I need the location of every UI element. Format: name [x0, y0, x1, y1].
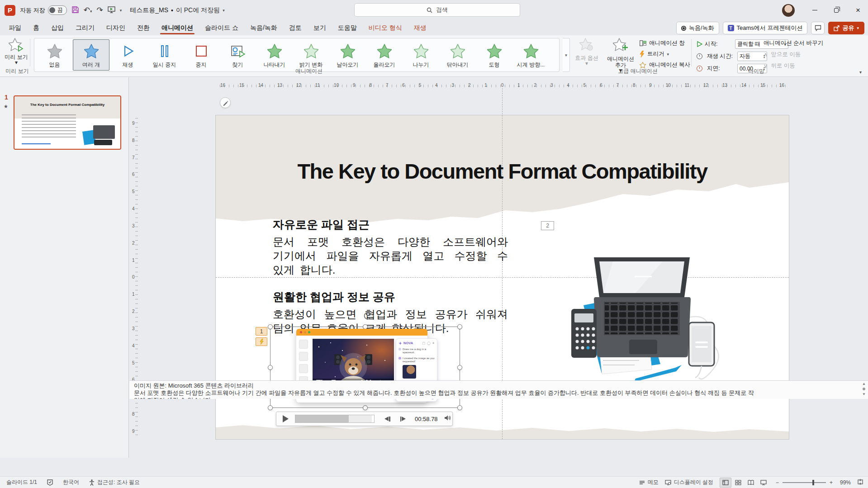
zoom-percentage[interactable]: 99%	[836, 479, 851, 486]
ribbon-tab[interactable]: 비디오 형식	[363, 20, 408, 35]
scroll-down-icon[interactable]: ▼	[862, 392, 866, 396]
resize-handle-e[interactable]	[457, 365, 462, 370]
ribbon-tab[interactable]: 슬라이드 쇼	[199, 20, 244, 35]
language-indicator[interactable]: 한국어	[63, 479, 79, 486]
record-button[interactable]: 녹음/녹화	[676, 22, 719, 34]
ribbon-tab[interactable]: 그리기	[70, 20, 100, 35]
ribbon-tab[interactable]: 디자인	[100, 20, 131, 35]
close-button[interactable]: ×	[848, 0, 868, 20]
qat-customize-chevron[interactable]: ▾	[120, 8, 122, 13]
ruler-number: 13	[722, 83, 727, 88]
animation-gallery-item[interactable]: 밝기 변화	[293, 39, 329, 71]
step-back-button[interactable]	[384, 417, 390, 422]
user-avatar[interactable]	[782, 4, 795, 17]
ribbon-tab[interactable]: 애니메이션	[156, 20, 199, 35]
zoom-out-button[interactable]: −	[776, 479, 779, 486]
play-button[interactable]	[283, 415, 289, 422]
resize-handle-ne[interactable]	[457, 324, 462, 329]
comments-button[interactable]	[811, 22, 825, 34]
move-earlier-button[interactable]: ∧ 앞으로 이동	[764, 51, 823, 58]
spell-check-button[interactable]	[47, 479, 53, 486]
effect-options-button[interactable]: 효과 옵션 ▾	[574, 38, 599, 66]
notes-scrollbar[interactable]: ▲ ▼	[861, 382, 867, 396]
trigger-button[interactable]: 트리거 ▾	[640, 50, 690, 58]
resize-handle-s[interactable]	[363, 405, 368, 410]
ribbon-tab[interactable]: 삽입	[45, 20, 70, 35]
fit-slide-button[interactable]	[857, 479, 863, 486]
search-input[interactable]: 검색	[354, 3, 520, 17]
reading-view-button[interactable]	[745, 478, 757, 488]
scroll-thumb[interactable]	[863, 388, 865, 390]
ruler-number: 5	[132, 360, 135, 365]
volume-button[interactable]	[444, 415, 451, 423]
display-settings-button[interactable]: 디스플레이 설정	[665, 479, 713, 486]
accessibility-icon	[89, 479, 95, 486]
animation-order-badge-2[interactable]: 2	[541, 221, 554, 230]
minimize-button[interactable]	[805, 0, 825, 20]
animation-trigger-badge[interactable]	[256, 337, 267, 346]
slideshow-view-button[interactable]	[758, 478, 769, 488]
notes-toggle-button[interactable]: 메모	[639, 479, 659, 486]
animation-gallery-item[interactable]: 재생	[109, 39, 146, 71]
ribbon-tab[interactable]: 재생	[408, 20, 432, 35]
accessibility-status[interactable]: 접근성: 조사 필요	[89, 479, 140, 486]
animation-gallery-item[interactable]: 도형	[476, 39, 512, 71]
animation-gallery-item[interactable]: 없음	[36, 39, 73, 71]
ribbon-tab[interactable]: 보기	[308, 20, 332, 35]
ribbon-tab[interactable]: 파일	[3, 20, 27, 35]
ribbon-tab[interactable]: 도움말	[332, 20, 363, 35]
autosave-toggle[interactable]: 끔	[48, 5, 67, 15]
gallery-expand-button[interactable]: ▾	[563, 38, 570, 72]
animation-order-badge-1[interactable]: 1	[256, 327, 267, 336]
start-slideshow-icon[interactable]	[108, 6, 115, 14]
resize-handle-sw[interactable]	[268, 405, 273, 410]
restore-button[interactable]	[826, 0, 846, 20]
animation-pane-button[interactable]: 애니메이션 창	[640, 39, 690, 47]
desk-illustration[interactable]	[568, 251, 733, 389]
designer-icon[interactable]	[220, 97, 231, 108]
preview-button[interactable]: 미리 보기 ▾	[5, 38, 28, 66]
resize-handle-se[interactable]	[457, 405, 462, 410]
share-button[interactable]: 공유 ▾	[828, 22, 864, 34]
animation-gallery-item[interactable]: 나타내기	[256, 39, 293, 71]
ribbon-tab[interactable]: 녹음/녹화	[244, 20, 283, 35]
animation-gallery-item[interactable]: 날아오기	[329, 39, 366, 71]
move-later-button[interactable]: ∨ 뒤로 이동	[764, 62, 823, 70]
save-icon[interactable]	[71, 6, 79, 15]
notes-pane[interactable]: 이미지 원본: Microsoft 365 콘텐츠 라이브러리 문서 포맷 호환…	[129, 380, 868, 399]
ribbon-tab[interactable]: 전환	[131, 20, 156, 35]
powerpoint-logo-icon[interactable]: P	[5, 5, 15, 16]
duration-spinner[interactable]: 자동 ▴▾	[737, 52, 767, 61]
title-dropdown-chevron[interactable]: ▾	[223, 8, 225, 13]
resize-handle-w[interactable]	[268, 365, 273, 370]
scroll-up-icon[interactable]: ▲	[862, 382, 866, 386]
animation-gallery-item[interactable]: 일시 중지	[146, 39, 183, 71]
animation-gallery-item[interactable]: 시계 방향...	[512, 39, 549, 71]
undo-icon[interactable]: ↶▾	[84, 6, 92, 14]
ribbon-tab[interactable]: 홈	[27, 20, 45, 35]
slide-title[interactable]: The Key to Document Format Compatibility	[243, 159, 762, 184]
collapse-ribbon-chevron[interactable]: ▾	[859, 70, 862, 75]
slide-thumbnail[interactable]: The Key to Document Format Compatibility	[14, 95, 121, 150]
progress-bar[interactable]	[295, 415, 375, 423]
animation-gallery-item[interactable]: 나누기	[403, 39, 439, 71]
step-forward-button[interactable]	[400, 417, 406, 422]
animation-gallery-item[interactable]: 찾기	[219, 39, 256, 71]
rotate-handle[interactable]	[362, 311, 372, 321]
animation-gallery-item[interactable]: 중지	[183, 39, 219, 71]
document-title[interactable]: 테스트용_MS • 이 PC에 저장됨 ▾	[130, 6, 224, 14]
slide-sorter-view-button[interactable]	[732, 478, 744, 488]
animation-gallery-item[interactable]: 올라오기	[366, 39, 403, 71]
present-in-teams-button[interactable]: T Teams에서 프레젠테이션	[723, 22, 808, 34]
normal-view-button[interactable]	[720, 478, 731, 488]
redo-icon[interactable]: ↷	[96, 6, 103, 14]
zoom-slider[interactable]	[783, 482, 826, 483]
autosave-control[interactable]: 자동 저장 끔	[20, 5, 67, 15]
resize-handle-nw[interactable]	[268, 324, 273, 329]
animation-gallery-item[interactable]: 여러 개	[73, 39, 109, 71]
zoom-slider-thumb[interactable]	[812, 480, 814, 485]
slide-count[interactable]: 슬라이드 1/1	[6, 479, 37, 486]
zoom-in-button[interactable]: +	[830, 479, 833, 486]
animation-gallery-item[interactable]: 닦아내기	[439, 39, 476, 71]
ribbon-tab[interactable]: 검토	[283, 20, 308, 35]
